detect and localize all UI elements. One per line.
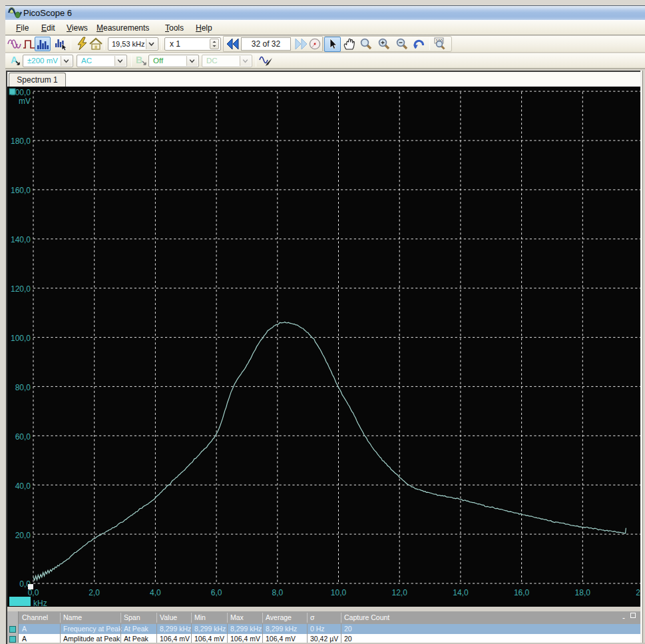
svg-text:20,0: 20,0: [15, 531, 31, 540]
svg-text:6,0: 6,0: [211, 588, 222, 597]
svg-text:4,0: 4,0: [150, 588, 161, 597]
svg-text:2,0: 2,0: [89, 588, 100, 597]
svg-text:10,0: 10,0: [331, 588, 347, 597]
svg-text:12,0: 12,0: [392, 588, 408, 597]
svg-text:mV: mV: [19, 97, 31, 106]
svg-text:18,0: 18,0: [575, 588, 591, 597]
svg-text:100,0: 100,0: [11, 334, 31, 343]
svg-text:16,0: 16,0: [514, 588, 530, 597]
svg-text:80,0: 80,0: [15, 383, 31, 392]
svg-text:0,0: 0,0: [28, 588, 39, 597]
svg-text:140,0: 140,0: [11, 235, 31, 244]
svg-text:8,0: 8,0: [272, 588, 283, 597]
svg-text:40,0: 40,0: [15, 482, 31, 491]
svg-text:160,0: 160,0: [11, 186, 31, 195]
svg-text:20,0: 20,0: [636, 588, 640, 597]
svg-text:14,0: 14,0: [453, 588, 469, 597]
svg-text:60,0: 60,0: [15, 432, 31, 442]
svg-text:kHz: kHz: [33, 599, 47, 607]
svg-text:180,0: 180,0: [11, 137, 31, 146]
svg-text:120,0: 120,0: [11, 284, 31, 294]
